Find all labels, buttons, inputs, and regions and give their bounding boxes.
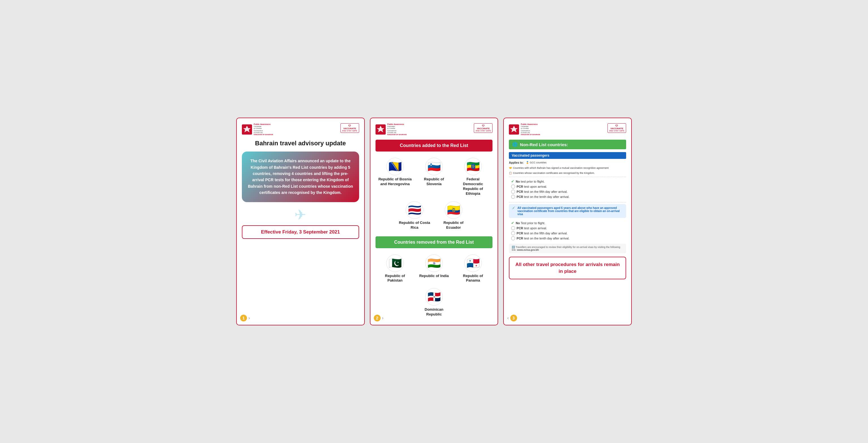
list-item: 🇸🇮 Republic of Slovenia [417,158,451,196]
list-item: ✔ No Test prior to flight. [511,220,626,226]
vaccinate-badge: 🛡 VACCINATE AND STAY SAFE [340,123,359,133]
non-red-list-title-bar: 🌐 Non-Red List countries: [509,140,626,149]
flag-dominican: 🇩🇴 [425,288,443,305]
card-1: Public Awareness Campaignto CombatCorona… [236,118,365,325]
globe-icon: 🌐 [512,142,518,147]
list-item: PCR test on the tenth day after arrival. [511,194,626,199]
card2-header: Public Awareness Campaignto CombatCorona… [375,123,493,136]
prev-arrow-icon[interactable]: ‹ [507,316,508,321]
applies-gcc: 🏅 GCC countries [526,161,547,164]
campaign-logo: Public Awareness Campaignto CombatCorona… [254,123,273,136]
country-name: Republic of Pakistan [378,274,412,283]
country-name: Federal Democratic Republic of Ethiopia [456,177,490,196]
next-arrow-icon[interactable]: › [248,316,250,321]
flag-costa-rica: 🇨🇷 [406,201,423,219]
list-item: 🇮🇳 Republic of India [417,255,451,283]
list-item: PCR test on the fifth day after arrival. [511,231,626,236]
list-item: 🇧🇦 Republic of Bosnia and Herzegovina [378,158,412,196]
list-item: PCR test on the fifth day after arrival. [511,189,626,194]
country-name: Republic of Ecuador [437,220,470,230]
checklist-2: ✔ No Test prior to flight. PCR test upon… [509,220,626,241]
logo-block-3: Public Awareness Campaignto CombatCorona… [509,123,540,136]
flag-bosnia: 🇧🇦 [386,158,404,175]
check-icon: ✔ [511,179,514,183]
circle-icon [511,190,515,194]
list-item: 🇵🇰 Republic of Pakistan [378,255,412,283]
page-num-2: 2 › [374,315,383,321]
vaccinate-badge-2: 🛡 VACCINATE AND STAY SAFE [474,123,493,133]
list-item: PCR test upon arrival. [511,184,626,189]
vaccinated-subtitle: Vaccinated passengers [509,152,626,159]
circle-icon [511,195,515,199]
page-num-1: 1 › [240,315,250,321]
divider [509,177,626,177]
bahrain-emblem-icon [242,124,252,135]
list-item: ✔ No test prior to flight. [511,179,626,184]
list-item: 🇩🇴 Dominican Republic [417,288,451,317]
page-number: 1 [240,315,247,321]
circle-icon-3 [511,231,515,235]
added-banner: Countries added to the Red List [375,140,493,151]
page-number: 3 [510,315,517,321]
added-countries-grid: 🇧🇦 Republic of Bosnia and Herzegovina 🇸🇮… [375,155,493,233]
country-name: Republic of Slovenia [417,177,451,186]
card-3: Public Awareness Campaignto CombatCorona… [503,118,632,325]
next-arrow-icon-2[interactable]: › [382,316,383,321]
circle-icon-4 [511,236,515,240]
country-name: Republic of Panama [456,274,490,283]
note-icon: ℹ️ [512,246,515,248]
cert-icon: 📋 [509,172,512,174]
list-item: PCR test upon arrival. [511,226,626,231]
country-name: Dominican Republic [417,307,451,317]
final-notice-box: All other travel procedures for arrivals… [509,257,626,279]
bahrain-emblem-icon-3 [509,124,519,135]
flag-panama: 🇵🇦 [464,255,482,272]
country-name: Republic of Costa Rica [398,220,431,230]
effective-date-box: Effective Friday, 3 September 2021 [242,225,359,239]
highlight-box: 💉 All vaccinated passengers aged 6 years… [509,204,626,218]
campaign-logo-2: Public Awareness Campaignto CombatCorona… [388,123,407,136]
country-name: Republic of Bosnia and Herzegovina [378,177,412,186]
list-item: 🇨🇷 Republic of Costa Rica [398,201,431,230]
applies-label: Applies to: [509,161,524,164]
flag-slovenia: 🇸🇮 [425,158,443,175]
removed-countries-grid: 🇵🇰 Republic of Pakistan 🇮🇳 Republic of I… [375,252,493,320]
list-item: PCR test on the tenth day after arrival. [511,236,626,241]
flag-ecuador: 🇪🇨 [445,201,462,219]
applies-recognised: 📋 Countries whose vaccination certificat… [509,172,595,174]
card1-body: The Civil Aviation Affairs announced an … [242,151,359,202]
applies-mutual: 🤝 Countries with which Bahrain has signe… [509,167,609,169]
logo-block: Public Awareness Campaignto CombatCorona… [242,123,273,136]
page-num-3: ‹ 3 [507,315,517,321]
bahrain-emblem-icon-2 [375,124,386,135]
country-name: Republic of India [419,274,449,278]
circle-icon-2 [511,226,515,230]
flag-ethiopia: 🇪🇹 [464,158,482,175]
list-item: 🇪🇨 Republic of Ecuador [437,201,470,230]
checklist-1: ✔ No test prior to flight. PCR test upon… [509,179,626,199]
list-item: 🇪🇹 Federal Democratic Republic of Ethiop… [456,158,490,196]
cards-container: Public Awareness Campaignto CombatCorona… [236,118,632,325]
page-number: 2 [374,315,381,321]
gcc-icon: 🏅 [526,161,529,164]
removed-banner: Countries removed from the Red List [375,236,493,248]
vaccinate-badge-3: 🛡 VACCINATE AND STAY SAFE [608,123,626,133]
list-item: 🇵🇦 Republic of Panama [456,255,490,283]
card1-header: Public Awareness Campaignto CombatCorona… [242,123,359,136]
flag-india: 🇮🇳 [425,255,443,272]
applies-row: Applies to: 🏅 GCC countries 🤝 Countries … [509,161,626,174]
airplane-icon: ✈ [242,207,359,223]
card3-header: Public Awareness Campaignto CombatCorona… [509,123,626,136]
card-2: Public Awareness Campaignto CombatCorona… [370,118,498,325]
circle-icon [511,185,515,188]
campaign-logo-3: Public Awareness Campaignto CombatCorona… [521,123,540,136]
logo-block-2: Public Awareness Campaignto CombatCorona… [375,123,407,136]
check-icon-2: ✔ [511,221,514,225]
flag-pakistan: 🇵🇰 [386,255,404,272]
non-red-list-label: Non-Red List countries: [520,142,568,147]
mutual-icon: 🤝 [509,167,512,169]
highlight-text: All vaccinated passengers aged 6 years a… [517,206,623,216]
highlight-icon: 💉 [512,206,515,209]
card1-title: Bahrain travel advisory update [242,140,359,147]
note-box: ℹ️ Travellers are encouraged to review t… [509,244,626,253]
